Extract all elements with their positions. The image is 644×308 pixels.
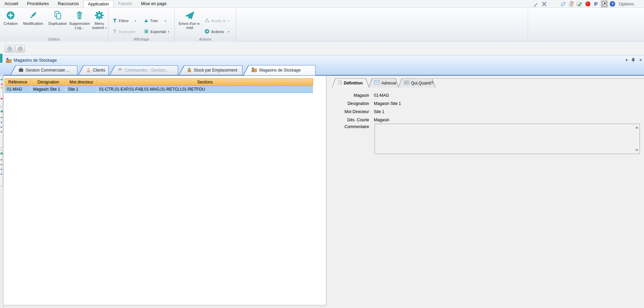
detail-tab-adresse[interactable]: Adresse [368,78,399,88]
dropdown-arrow-icon: ▾ [228,30,229,33]
acces-a-button: Accès à ▾ [205,18,229,24]
rail-segment[interactable] [0,108,3,148]
dropdown-arrow-icon: ▾ [228,19,229,22]
hierarchy-icon [205,18,209,24]
commentaire-textarea[interactable] [375,124,640,154]
vues-predefinies-button: Vues pré ▾ [113,29,136,34]
task-check-icon[interactable] [576,1,583,7]
excel-export-icon: x [144,29,149,34]
menu-favoris: Favoris [114,0,136,7]
edit-validate-icon[interactable] [532,1,540,7]
field-value-magasin: 01-MAG [374,93,389,98]
field-label-des-courte: Dés. Courte [327,118,369,122]
ribbon-group-actions: Envoi d'un e-mail Accès à ▾ Actions ▾ Ac… [175,8,236,42]
back-button[interactable]: ← [5,45,14,52]
suppression-button[interactable]: Suppression Log... [68,10,91,30]
title-chevron-icon[interactable]: ▾ [624,58,629,62]
document-title-bar: Magasins de Stockage ▾ ✕ [0,55,644,65]
group-label-actions: Actions [175,37,236,41]
page-title: Magasins de Stockage [14,58,57,63]
plus-circle-icon [1,10,20,20]
dropdown-arrow-icon: ▾ [135,19,136,22]
tab-magasins-de-stockage[interactable]: Magasins de Stockage [243,65,316,75]
table-header-row: Référence Désignation Mot directeur Sect… [4,78,313,86]
creation-button[interactable]: Création [1,10,20,26]
envoi-email-button[interactable]: Envoi d'un e-mail [177,10,202,30]
rail-segment[interactable] [0,150,3,186]
menu-procedures[interactable]: Procédures [23,0,53,7]
triangle-up-icon [144,18,148,24]
application-window: Accueil Procédures Raccourcis Applicatio… [0,0,644,308]
menu-mise-en-page[interactable]: Mise en page [136,0,171,7]
document-tab-strip: Gestion Commerciale ... Clients Commande… [0,65,644,76]
menu-raccourcis[interactable]: Raccourcis [53,0,83,7]
tab-baseline [3,75,644,76]
tab-clients[interactable]: Clients [78,65,109,75]
left-rail [0,76,3,308]
ribbon: Création Modification Duplication Suppre… [0,7,644,42]
tab-commandes-gestion[interactable]: Commandes : Gestion... [109,65,178,75]
copy-icon [47,10,68,20]
group-label-edition: Edition [0,37,108,41]
modification-button[interactable]: Modification [20,10,46,26]
letter-p-icon[interactable]: P [592,1,600,7]
trash-icon [68,10,91,20]
person-icon [86,67,91,73]
dropdown-arrow-icon: ▾ [135,30,136,33]
close-icon[interactable]: ✕ [638,58,643,62]
forward-button[interactable]: → [15,45,25,52]
cell-mot-directeur: Site 1 [66,86,97,93]
funnel-icon [113,29,117,34]
packages-icon [251,67,257,73]
cancel-cross-icon[interactable] [540,1,548,7]
svg-text:x: x [145,30,147,33]
menu-accueil[interactable]: Accueil [0,0,23,7]
field-value-mot-directeur: Site 1 [374,109,384,114]
table-row[interactable]: 01-MAG Magasin Site 1 Site 1 01-CTR,01-E… [4,86,313,93]
exportation-button[interactable]: x Exportati ▾ [144,29,169,34]
field-value-designation: Magasin Site 1 [374,101,401,106]
duplication-button[interactable]: Duplication [47,10,68,26]
packages-icon [6,58,12,64]
scroll-down-icon[interactable] [635,149,639,151]
open-external-icon[interactable] [600,1,608,7]
stock-box-icon [187,67,192,73]
column-header-designation[interactable]: Désignation [31,78,66,86]
circle-arrow-icon [205,29,209,34]
tab-stock-par-emplacement[interactable]: Stock par Emplacement [179,65,243,75]
refresh-icon[interactable] [559,1,567,7]
detail-tab-topline [416,78,644,79]
help-icon[interactable]: ? [609,1,616,7]
rail-segment[interactable] [0,76,3,106]
ribbon-group-edition: Création Modification Duplication Suppre… [0,8,108,42]
column-header-sections[interactable]: Sections [97,78,313,86]
dropdown-arrow-icon: ▾ [105,27,106,30]
ribbon-separator [528,9,528,41]
menu-application[interactable]: Application [83,0,114,7]
field-label-magasin: Magasin [327,93,369,98]
field-value-des-courte: Magasin [374,118,389,122]
actions-button[interactable]: Actions ▾ [205,29,229,34]
records-table: Référence Désignation Mot directeur Sect… [4,78,313,93]
record-icon[interactable] [584,1,591,7]
options-menu[interactable]: Options [619,1,634,6]
trier-button[interactable]: Trier ▾ [144,18,166,24]
detail-tab-definition[interactable]: Définition [332,78,369,88]
tab-gestion-commerciale[interactable]: Gestion Commerciale ... [10,65,77,75]
detail-tab-qui-quand[interactable]: Qui,Quand? [398,78,436,88]
cell-reference: 01-MAG [4,86,31,93]
cell-designation: Magasin Site 1 [31,86,66,93]
collapsed-panel-tab[interactable] [0,54,2,63]
scroll-up-icon[interactable] [635,126,639,128]
filtrer-button[interactable]: Filtrer ▾ [113,18,136,24]
list-area: Référence Désignation Mot directeur Sect… [4,76,326,305]
envelope-icon [374,80,380,86]
field-label-commentaire: Commentaire [327,124,369,129]
notes-icon[interactable] [568,1,575,7]
menu-avance-button[interactable]: Menu avancé ▾ [91,10,108,30]
definition-sheet-icon [338,80,342,86]
list-bottom-edge [4,305,326,308]
column-header-reference[interactable]: Référence [4,78,31,86]
pin-icon[interactable] [630,58,636,63]
column-header-mot-directeur[interactable]: Mot directeur [66,78,97,86]
